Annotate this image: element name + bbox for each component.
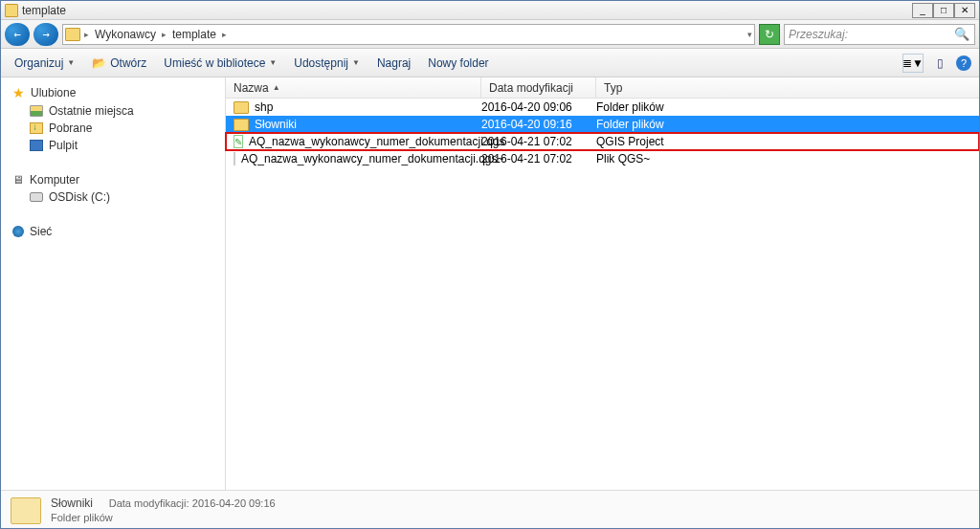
sidebar-network-header[interactable]: Sieć bbox=[1, 223, 225, 240]
forward-button[interactable]: → bbox=[33, 23, 58, 46]
search-placeholder: Przeszukaj: bbox=[789, 28, 953, 41]
table-row[interactable]: shp2016-04-20 09:06Folder plików bbox=[226, 99, 979, 116]
burn-button[interactable]: Nagraj bbox=[371, 54, 416, 73]
file-name: shp bbox=[255, 100, 273, 114]
status-name: Słowniki bbox=[51, 496, 93, 510]
address-bar[interactable]: ▸ Wykonawcy ▸ template ▸ ▾ bbox=[62, 24, 755, 45]
column-type[interactable]: Typ bbox=[596, 77, 979, 98]
table-row[interactable]: AQ_nazwa_wykonawcy_numer_dokumentacji.qg… bbox=[226, 150, 979, 167]
sidebar-item-desktop[interactable]: Pulpit bbox=[1, 137, 225, 154]
help-button[interactable]: ? bbox=[956, 55, 971, 71]
nav-bar: ← → ▸ Wykonawcy ▸ template ▸ ▾ ↻ Przeszu… bbox=[1, 20, 979, 49]
file-type: Folder plików bbox=[596, 118, 979, 131]
table-row[interactable]: ✎AQ_nazwa_wykonawcy_numer_dokumentacji.q… bbox=[226, 133, 979, 150]
sidebar-item-downloads[interactable]: Pobrane bbox=[1, 120, 225, 137]
breadcrumb-separator-icon: ▸ bbox=[222, 30, 227, 39]
sidebar-favorites-header[interactable]: ★Ulubione bbox=[1, 83, 225, 102]
status-meta-label: Data modyfikacji: bbox=[109, 497, 189, 509]
minimize-button[interactable]: _ bbox=[912, 3, 933, 18]
close-button[interactable]: ✕ bbox=[954, 3, 975, 18]
refresh-button[interactable]: ↻ bbox=[759, 24, 780, 45]
table-row[interactable]: Słowniki2016-04-20 09:16Folder plików bbox=[226, 116, 979, 133]
sort-asc-icon: ▲ bbox=[273, 83, 280, 92]
generic-file-icon bbox=[234, 152, 235, 165]
recent-icon bbox=[30, 105, 43, 117]
window-title: template bbox=[22, 4, 912, 17]
file-date: 2016-04-20 09:06 bbox=[481, 100, 596, 114]
breadcrumb[interactable]: Wykonawcy bbox=[93, 28, 158, 41]
file-name: Słowniki bbox=[255, 118, 297, 131]
column-date[interactable]: Data modyfikacji bbox=[481, 77, 596, 98]
star-icon: ★ bbox=[12, 85, 25, 100]
view-options-button[interactable]: ≣ ▼ bbox=[902, 54, 924, 73]
file-list: Nazwa ▲ Data modyfikacji Typ shp2016-04-… bbox=[226, 77, 979, 490]
downloads-icon bbox=[30, 122, 43, 134]
column-name[interactable]: Nazwa ▲ bbox=[226, 77, 481, 98]
library-button[interactable]: Umieść w bibliotece▼ bbox=[158, 54, 282, 73]
search-input[interactable]: Przeszukaj: 🔍 bbox=[784, 24, 975, 45]
share-button[interactable]: Udostępnij▼ bbox=[288, 54, 366, 73]
computer-icon: 🖥 bbox=[12, 173, 24, 187]
new-folder-button[interactable]: Nowy folder bbox=[422, 54, 494, 73]
file-name: AQ_nazwa_wykonawcy_numer_dokumentacji.qg… bbox=[241, 152, 503, 165]
breadcrumb-separator-icon: ▸ bbox=[162, 30, 167, 39]
file-date: 2016-04-21 07:02 bbox=[481, 135, 596, 148]
details-folder-icon bbox=[11, 497, 41, 524]
sidebar-computer-header[interactable]: 🖥Komputer bbox=[1, 171, 225, 188]
sidebar-item-recent[interactable]: Ostatnie miejsca bbox=[1, 102, 225, 120]
status-meta-value: 2016-04-20 09:16 bbox=[192, 497, 276, 509]
open-button[interactable]: 📂Otwórz bbox=[86, 54, 152, 73]
address-dropdown-icon[interactable]: ▾ bbox=[747, 30, 752, 39]
file-type: QGIS Project bbox=[596, 135, 979, 148]
disk-icon bbox=[30, 192, 43, 202]
file-date: 2016-04-20 09:16 bbox=[481, 118, 596, 131]
file-name: AQ_nazwa_wykonawcy_numer_dokumentacji.qg… bbox=[249, 135, 504, 148]
network-icon bbox=[12, 226, 24, 237]
title-bar: template _ □ ✕ bbox=[1, 1, 979, 20]
app-folder-icon bbox=[5, 4, 18, 17]
details-pane: Słowniki Data modyfikacji: 2016-04-20 09… bbox=[1, 490, 979, 529]
desktop-icon bbox=[30, 140, 43, 151]
file-type: Plik QGS~ bbox=[596, 152, 979, 165]
status-subtype: Folder plików bbox=[51, 511, 276, 524]
file-date: 2016-04-21 07:02 bbox=[481, 152, 596, 165]
sidebar: ★Ulubione Ostatnie miejsca Pobrane Pulpi… bbox=[1, 77, 226, 490]
breadcrumb[interactable]: template bbox=[170, 28, 218, 41]
column-headers: Nazwa ▲ Data modyfikacji Typ bbox=[226, 77, 979, 99]
organize-button[interactable]: Organizuj▼ bbox=[9, 54, 80, 73]
address-folder-icon bbox=[65, 28, 80, 41]
search-icon[interactable]: 🔍 bbox=[953, 26, 970, 43]
qgis-file-icon: ✎ bbox=[234, 135, 243, 148]
folder-icon bbox=[234, 119, 249, 131]
folder-icon bbox=[234, 101, 249, 114]
file-type: Folder plików bbox=[596, 100, 979, 114]
preview-pane-button[interactable]: ▯ bbox=[929, 54, 950, 73]
breadcrumb-separator-icon: ▸ bbox=[84, 30, 89, 39]
back-button[interactable]: ← bbox=[5, 23, 30, 46]
maximize-button[interactable]: □ bbox=[933, 3, 954, 18]
sidebar-item-osdisk[interactable]: OSDisk (C:) bbox=[1, 188, 225, 206]
toolbar: Organizuj▼ 📂Otwórz Umieść w bibliotece▼ … bbox=[1, 49, 979, 77]
